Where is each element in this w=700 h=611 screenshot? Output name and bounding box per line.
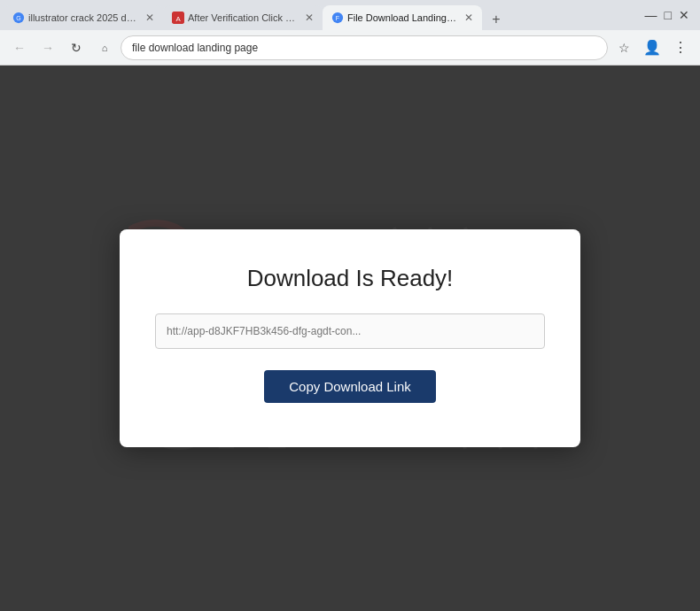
tab-1-favicon: G	[12, 12, 25, 24]
tab-3[interactable]: F File Download Landing Page ✕	[323, 5, 482, 30]
tab-2-close[interactable]: ✕	[305, 12, 314, 24]
svg-text:G: G	[16, 15, 20, 21]
tab-2[interactable]: A After Verification Click & Go to... ✕	[163, 5, 323, 30]
tab-1[interactable]: G illustrator crack 2025 downloa... ✕	[4, 5, 163, 30]
svg-text:A: A	[175, 15, 181, 23]
page-content: FILE CR Download Is Ready! Copy Downloa	[0, 66, 700, 611]
tab-1-label: illustrator crack 2025 downloa...	[28, 12, 138, 23]
address-text: file download landing page	[132, 42, 258, 54]
copy-download-link-button[interactable]: Copy Download Link	[264, 370, 436, 403]
back-button[interactable]: ←	[7, 35, 32, 60]
bookmark-button[interactable]: ☆	[611, 35, 636, 60]
tab-2-favicon: A	[172, 12, 184, 24]
tab-3-close[interactable]: ✕	[464, 12, 473, 24]
svg-text:F: F	[336, 15, 339, 21]
modal-title: Download Is Ready!	[247, 265, 454, 292]
tab-3-label: File Download Landing Page	[347, 12, 457, 23]
minimize-button[interactable]: —	[645, 8, 657, 22]
nav-bar: ← → ↻ ⌂ file download landing page ☆ 👤 ⋮	[0, 30, 700, 66]
title-bar: G illustrator crack 2025 downloa... ✕ A …	[0, 0, 700, 30]
tab-2-label: After Verification Click & Go to...	[188, 12, 298, 23]
home-button[interactable]: ⌂	[92, 35, 117, 60]
tab-3-favicon: F	[331, 12, 344, 24]
address-bar[interactable]: file download landing page	[121, 35, 608, 60]
download-modal: Download Is Ready! Copy Download Link	[120, 229, 580, 447]
reload-button[interactable]: ↻	[64, 35, 89, 60]
nav-right-icons: ☆ 👤 ⋮	[611, 35, 693, 60]
window-controls: — □ ✕	[638, 8, 696, 22]
tab-1-close[interactable]: ✕	[145, 12, 154, 24]
close-button[interactable]: ✕	[679, 8, 689, 22]
forward-button[interactable]: →	[35, 35, 60, 60]
browser-window: G illustrator crack 2025 downloa... ✕ A …	[0, 0, 700, 611]
modal-overlay: Download Is Ready! Copy Download Link	[0, 66, 700, 611]
download-link-input[interactable]	[155, 313, 545, 349]
profile-button[interactable]: 👤	[640, 35, 665, 60]
menu-button[interactable]: ⋮	[668, 35, 693, 60]
new-tab-button[interactable]: +	[486, 9, 507, 30]
maximize-button[interactable]: □	[665, 8, 672, 22]
tab-bar: G illustrator crack 2025 downloa... ✕ A …	[4, 0, 638, 30]
page-background: FILE CR Download Is Ready! Copy Downloa	[0, 66, 700, 611]
